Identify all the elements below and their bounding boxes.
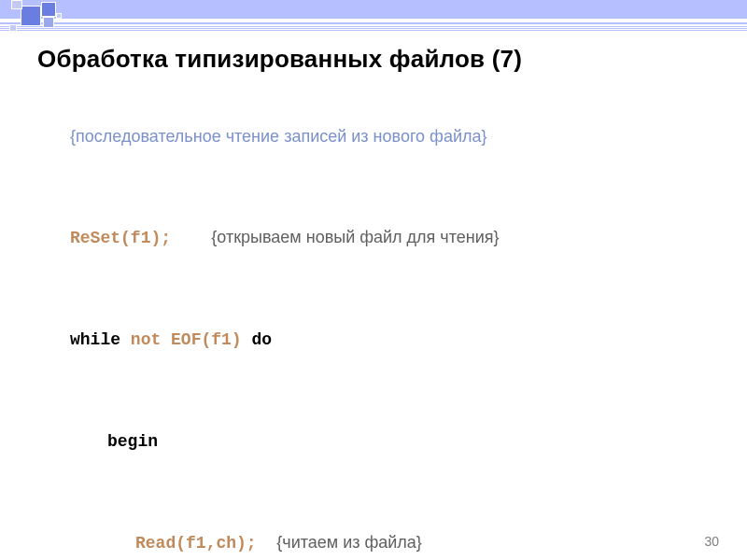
- page-number: 30: [704, 534, 719, 549]
- decorative-square-icon: [56, 13, 62, 19]
- code-token: begin: [107, 432, 158, 451]
- code-comment: {открываем новый файл для чтения}: [211, 228, 499, 246]
- code-keyword-reset: ReSet(f1);: [70, 229, 171, 247]
- decorative-square-icon: [43, 17, 54, 28]
- decorative-top-band: [0, 0, 747, 37]
- code-token: [161, 330, 171, 349]
- code-token: do: [242, 330, 272, 349]
- code-token: while: [70, 330, 131, 349]
- decorative-square-icon: [21, 6, 41, 26]
- decorative-square-icon: [11, 0, 22, 9]
- code-block: {последовательное чтение записей из ново…: [23, 86, 714, 560]
- code-keyword-read: Read(f1,ch);: [135, 534, 257, 553]
- code-keyword-eof: EOF(f1): [171, 330, 242, 349]
- code-comment: {последовательное чтение записей из ново…: [70, 127, 486, 146]
- code-keyword-not: not: [131, 330, 161, 349]
- decorative-square-icon: [41, 2, 56, 17]
- slide-title: Обработка типизированных файлов (7): [37, 45, 522, 74]
- code-comment: {читаем из файла}: [276, 533, 422, 552]
- decorative-square-icon: [9, 24, 17, 32]
